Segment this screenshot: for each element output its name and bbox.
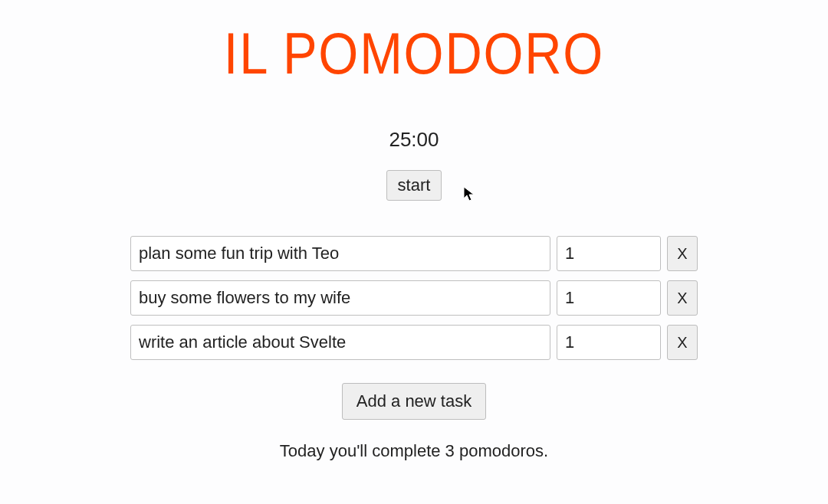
task-row: X — [130, 325, 698, 360]
task-count-input[interactable] — [557, 325, 661, 360]
task-name-input[interactable] — [130, 236, 550, 271]
task-name-input[interactable] — [130, 280, 550, 316]
app-title: IL POMODORO — [224, 20, 604, 87]
summary-text: Today you'll complete 3 pomodoros. — [280, 441, 548, 461]
task-name-input[interactable] — [130, 325, 550, 360]
delete-task-button[interactable]: X — [667, 236, 698, 271]
add-task-button[interactable]: Add a new task — [342, 383, 486, 420]
task-count-input[interactable] — [557, 236, 661, 271]
task-count-input[interactable] — [557, 280, 661, 316]
task-list: X X X — [130, 236, 698, 360]
delete-task-button[interactable]: X — [667, 325, 698, 360]
timer-display: 25:00 — [389, 128, 439, 152]
task-row: X — [130, 280, 698, 316]
start-button[interactable]: start — [386, 170, 442, 201]
task-row: X — [130, 236, 698, 271]
delete-task-button[interactable]: X — [667, 280, 698, 316]
app-root: IL POMODORO 25:00 start X X X Add a new … — [0, 0, 828, 461]
